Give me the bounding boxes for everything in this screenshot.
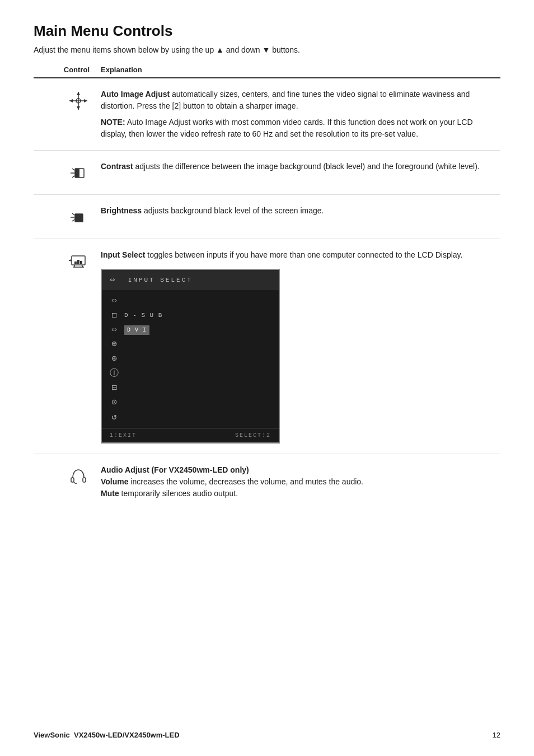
note-bold: NOTE: xyxy=(101,118,125,127)
auto-adjust-note: NOTE: Auto Image Adjust works with most … xyxy=(101,116,500,140)
svg-rect-22 xyxy=(74,262,77,264)
svg-marker-21 xyxy=(69,259,71,262)
row-brightness: Brightness adjusts background black leve… xyxy=(34,195,500,239)
row-audio-adjust: Audio Adjust (For VX2450wm-LED only) Vol… xyxy=(34,454,500,510)
osd-icon-2: ☐ xyxy=(111,309,117,321)
audio-adjust-icon-cell xyxy=(34,464,101,488)
page-footer: ViewSonic VX2450w-LED/VX2450wm-LED 12 xyxy=(34,731,500,739)
osd-icon-1: ⇔ xyxy=(111,295,117,307)
osd-icon-5: ⊕ xyxy=(111,353,117,365)
brightness-text: Brightness adjusts background black leve… xyxy=(101,205,500,217)
col-control-header: Control xyxy=(34,66,101,74)
osd-title-bar: ⇔ INPUT SELECT xyxy=(102,270,279,290)
audio-adjust-bold: Audio Adjust (For VX2450wm-LED only) xyxy=(101,465,249,474)
svg-rect-24 xyxy=(80,261,82,264)
brightness-bold: Brightness xyxy=(101,206,142,215)
svg-rect-25 xyxy=(71,478,74,482)
row-auto-image-adjust: Auto Image Adjust automatically sizes, c… xyxy=(34,78,500,151)
page-title: Main Menu Controls xyxy=(34,22,500,40)
osd-icon-9: ↺ xyxy=(111,411,117,423)
audio-adjust-text: Audio Adjust (For VX2450wm-LED only) Vol… xyxy=(101,464,500,500)
osd-footer-right: SELECT:2 xyxy=(235,431,271,440)
svg-line-14 xyxy=(72,220,74,221)
osd-dsub-label: D - S U B xyxy=(124,309,271,321)
contrast-icon-cell xyxy=(34,161,101,184)
svg-rect-26 xyxy=(83,478,86,482)
intro-text: Adjust the menu items shown below by usi… xyxy=(34,45,500,54)
osd-body: ⇔ ☐ ⇔ ⊕ ⊕ ⓘ ⊟ ⊙ ↺ D - S U B D V I xyxy=(102,290,279,428)
osd-icon-6: ⓘ xyxy=(110,367,119,380)
footer-page-number: 12 xyxy=(493,731,500,739)
audio-adjust-icon xyxy=(67,465,90,488)
osd-icons-col: ⇔ ☐ ⇔ ⊕ ⊕ ⓘ ⊟ ⊙ ↺ xyxy=(110,295,119,423)
brightness-icon xyxy=(67,206,90,228)
brightness-icon-cell xyxy=(34,205,101,228)
osd-footer: 1:EXIT SELECT:2 xyxy=(102,428,279,442)
auto-adjust-bold: Auto Image Adjust xyxy=(101,90,170,99)
osd-screenshot: ⇔ INPUT SELECT ⇔ ☐ ⇔ ⊕ ⊕ ⓘ ⊟ ⊙ ↺ D - S U xyxy=(101,269,280,444)
mute-bold: Mute xyxy=(101,489,119,498)
contrast-bold: Contrast xyxy=(101,162,133,171)
footer-brand: ViewSonic xyxy=(34,731,70,739)
auto-adjust-icon xyxy=(67,90,90,112)
input-select-text: Input Select toggles between inputs if y… xyxy=(101,249,500,444)
footer-brand-model: ViewSonic VX2450w-LED/VX2450wm-LED xyxy=(34,731,180,739)
svg-marker-4 xyxy=(69,99,73,102)
svg-marker-3 xyxy=(77,106,80,110)
svg-rect-11 xyxy=(75,169,79,178)
auto-adjust-text: Auto Image Adjust automatically sizes, c… xyxy=(101,88,500,140)
svg-marker-2 xyxy=(77,92,80,95)
svg-marker-5 xyxy=(84,99,87,102)
footer-model: VX2450w-LED/VX2450wm-LED xyxy=(74,731,180,739)
auto-adjust-icon-cell xyxy=(34,88,101,112)
osd-icon-3: ⇔ xyxy=(111,324,117,336)
osd-title-icon: ⇔ xyxy=(110,273,117,287)
input-select-icon xyxy=(67,250,90,273)
svg-rect-23 xyxy=(77,260,79,264)
table-header: Control Explanation xyxy=(34,66,500,78)
osd-dvi-label: D V I xyxy=(124,324,271,336)
osd-footer-left: 1:EXIT xyxy=(110,431,137,440)
col-explanation-header: Explanation xyxy=(101,66,142,74)
osd-title-text: INPUT SELECT xyxy=(128,276,193,285)
row-contrast: Contrast adjusts the difference between … xyxy=(34,151,500,195)
osd-icon-7: ⊟ xyxy=(111,382,117,394)
contrast-text: Contrast adjusts the difference between … xyxy=(101,161,500,172)
osd-content-col: D - S U B D V I xyxy=(124,295,271,423)
svg-rect-15 xyxy=(75,214,83,222)
volume-bold: Volume xyxy=(101,477,129,486)
input-select-icon-cell xyxy=(34,249,101,273)
svg-line-13 xyxy=(72,213,74,215)
svg-line-27 xyxy=(74,482,75,483)
row-input-select: Input Select toggles between inputs if y… xyxy=(34,239,500,454)
contrast-icon xyxy=(67,162,90,184)
osd-icon-4: ⊕ xyxy=(111,338,117,351)
osd-icon-8: ⊙ xyxy=(111,396,117,409)
svg-line-8 xyxy=(72,169,74,170)
svg-line-9 xyxy=(72,176,74,178)
input-select-bold: Input Select xyxy=(101,250,145,259)
